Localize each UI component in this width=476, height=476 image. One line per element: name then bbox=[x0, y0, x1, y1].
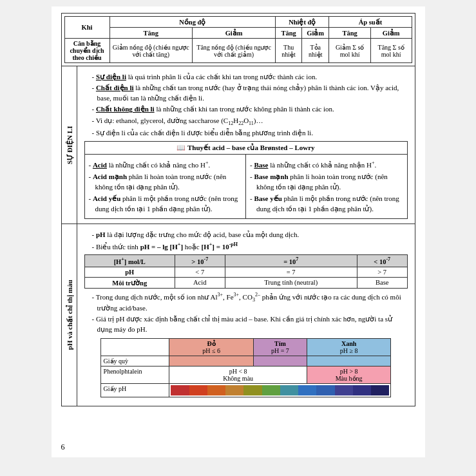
ph-strip-5 bbox=[243, 385, 262, 395]
nong-do-header: Nồng độ bbox=[109, 17, 276, 28]
giay-ph-row: Giấy pH bbox=[100, 384, 391, 397]
hong-color-cell: pH > 8Màu hồng bbox=[307, 367, 391, 384]
ph-list: pH là đại lượng đặc trưng cho mức độ aci… bbox=[84, 230, 408, 252]
ph-strip-8 bbox=[298, 385, 316, 395]
ph-strip-11 bbox=[353, 385, 371, 395]
ph-strip-cell bbox=[169, 384, 391, 397]
ph-strip-4 bbox=[225, 385, 243, 395]
ph-strip-2 bbox=[189, 385, 207, 395]
trung-tinh-val: Trung tính (neutral) bbox=[225, 277, 357, 288]
list-item: Sự điện li là quá trình phân li của các … bbox=[92, 72, 408, 82]
list-item: Base mạnh phân li hoàn toàn trong nước (… bbox=[250, 172, 403, 192]
tang-giam-row: Tăng Giảm Tăng Giảm Tăng Giảm bbox=[64, 28, 412, 39]
list-item: Giá trị pH được xác định bằng chất chỉ t… bbox=[92, 314, 408, 334]
list-item: Acid yếu phân li một phần trong nước (nê… bbox=[89, 194, 242, 214]
su-dien-li-label: SỰ ĐIỆN LI bbox=[61, 66, 77, 224]
acid-base-title: 📖 Thuyết acid – base của Brønsted – Lowr… bbox=[85, 142, 407, 155]
nong-tang-val: Giảm nồng độ (chiều ngược với chất tăng) bbox=[109, 39, 192, 63]
no-color-cell: pH < 8Không màu bbox=[169, 367, 307, 384]
nhiet-giam: Giảm bbox=[302, 28, 329, 39]
ph-content: pH là đại lượng đặc trưng cho mức độ aci… bbox=[77, 224, 415, 406]
list-item: pH là đại lượng đặc trưng cho mức độ aci… bbox=[92, 230, 408, 240]
do-header: ĐỏpH ≤ 6 bbox=[169, 339, 253, 356]
ph-list2: Trong dung dịch nước, một số ion như Al3… bbox=[84, 291, 408, 334]
giay-quy-label: Giấy quỳ bbox=[100, 356, 169, 367]
giay-ph-label: Giấy pH bbox=[100, 384, 169, 397]
ph-strip-10 bbox=[335, 385, 353, 395]
phenolphtalein-row: Phenolphtalein pH < 8Không màu pH > 8Màu… bbox=[100, 367, 391, 384]
list-item: Sự điện li của các chất điện li được biể… bbox=[92, 128, 408, 138]
list-item: Trong dung dịch nước, một số ion như Al3… bbox=[92, 291, 408, 313]
giay-quy-row: Giấy quỳ bbox=[100, 356, 391, 367]
conditions-header-row: Khi Nồng độ Nhiệt độ Áp suất bbox=[64, 17, 412, 28]
table-row-top: Khi Nồng độ Nhiệt độ Áp suất Tăng Giảm T… bbox=[61, 14, 415, 66]
xanh-header: XanhpH ≥ 8 bbox=[307, 339, 391, 356]
table-row: [H+] mol/L > 10-7 = 107 < 10-7 bbox=[84, 255, 407, 267]
acid-base-right: Base là những chất có khả năng nhận H+. … bbox=[246, 155, 407, 218]
table-row: pH < 7 = 7 > 7 bbox=[84, 267, 407, 277]
list-item: Vi dụ: ethanol, glycerol, đường saccharo… bbox=[92, 116, 408, 127]
h-eq: = 107 bbox=[225, 255, 357, 267]
acid-base-box: 📖 Thuyết acid – base của Brønsted – Lowr… bbox=[84, 141, 408, 219]
table-row: Môi trường Acid Trung tính (neutral) Bas… bbox=[84, 277, 407, 288]
ph-eq7: = 7 bbox=[225, 267, 357, 277]
list-item: Base là những chất có khả năng nhận H+. bbox=[250, 159, 403, 170]
do-cell bbox=[169, 356, 253, 367]
ph-strip-1 bbox=[171, 385, 189, 395]
main-content-table: Khi Nồng độ Nhiệt độ Áp suất Tăng Giảm T… bbox=[61, 13, 415, 406]
list-item: Chất điện li là những chất tan trong nướ… bbox=[92, 83, 408, 103]
su-dien-li-text: Sự điện li là quá trình phân li của các … bbox=[81, 68, 412, 222]
acid-base-content: Acid là những chất có khả năng cho H+. A… bbox=[85, 155, 407, 218]
acid-base-left: Acid là những chất có khả năng cho H+. A… bbox=[85, 155, 247, 218]
list-item: Acid mạnh phân li hoàn toàn trong nước (… bbox=[89, 172, 242, 192]
page-number: 6 bbox=[61, 443, 65, 452]
phenol-label: Phenolphtalein bbox=[100, 367, 169, 384]
ph-row: pH và chất chỉ thị màu pH là đại lượng đ… bbox=[61, 224, 415, 406]
su-dien-li-row: SỰ ĐIỆN LI Sự điện li là quá trình phân … bbox=[61, 66, 415, 224]
nong-giam: Giảm bbox=[192, 28, 275, 39]
ph-section-label: pH và chất chỉ thị màu bbox=[61, 224, 77, 406]
tim-cell bbox=[253, 356, 307, 367]
list-item: Base yếu phân li một phần trong nước (nê… bbox=[250, 194, 403, 214]
tim-header: TímpH = 7 bbox=[253, 339, 307, 356]
h-lt: < 10-7 bbox=[357, 255, 407, 267]
ph-label: pH bbox=[84, 267, 175, 277]
ap-giam-val: Tăng Σ số mol khí bbox=[370, 39, 412, 63]
nhiet-tang: Tăng bbox=[276, 28, 302, 39]
nong-tang: Tăng bbox=[109, 28, 192, 39]
ph-color-strip bbox=[171, 385, 389, 395]
base-val: Base bbox=[357, 277, 407, 288]
ph-strip-7 bbox=[280, 385, 298, 395]
base-list: Base là những chất có khả năng nhận H+. … bbox=[250, 159, 403, 214]
ph-strip-6 bbox=[262, 385, 280, 395]
list-item: Biểu thức tính pH = – lg [H+] hoặc [H+] … bbox=[92, 241, 408, 252]
list-item: Acid là những chất có khả năng cho H+. bbox=[89, 159, 242, 170]
ph-strip-12 bbox=[371, 385, 389, 395]
ph-strip-3 bbox=[207, 385, 225, 395]
list-item: Chất không điện li là những chất khi tan… bbox=[92, 104, 408, 114]
moi-truong-label: Môi trường bbox=[84, 277, 175, 288]
ph-text: pH là đại lượng đặc trưng cho mức độ aci… bbox=[81, 226, 412, 404]
su-dien-li-content: Sự điện li là quá trình phân li của các … bbox=[77, 66, 415, 224]
ap-tang: Tăng bbox=[329, 28, 370, 39]
indicator-col-empty bbox=[100, 339, 169, 356]
khi-header: Khi bbox=[64, 17, 109, 39]
page: Khi Nồng độ Nhiệt độ Áp suất Tăng Giảm T… bbox=[52, 6, 425, 457]
can-bang-label: Cân bằng chuyển dịch theo chiều bbox=[64, 39, 109, 63]
ph-lt7: < 7 bbox=[175, 267, 225, 277]
xanh-cell bbox=[307, 356, 391, 367]
ph-strip-9 bbox=[316, 385, 334, 395]
ph-gt7: > 7 bbox=[357, 267, 407, 277]
su-dien-li-list: Sự điện li là quá trình phân li của các … bbox=[84, 72, 408, 138]
acid-list: Acid là những chất có khả năng cho H+. A… bbox=[89, 159, 242, 214]
conditions-table: Khi Nồng độ Nhiệt độ Áp suất Tăng Giảm T… bbox=[64, 16, 412, 63]
nhiet-do-header: Nhiệt độ bbox=[276, 17, 329, 28]
h-mol-header: [H+] mol/L bbox=[84, 255, 175, 267]
ap-suat-header: Áp suất bbox=[329, 17, 412, 28]
nong-giam-val: Tăng nồng độ (chiều ngược với chất giảm) bbox=[192, 39, 275, 63]
indicator-header-row: ĐỏpH ≤ 6 TímpH = 7 XanhpH ≥ 8 bbox=[100, 339, 391, 356]
conditions-data-row: Cân bằng chuyển dịch theo chiều Giảm nồn… bbox=[64, 39, 412, 63]
acid-val: Acid bbox=[175, 277, 225, 288]
nhiet-giam-val: Tỏa nhiệt bbox=[302, 39, 329, 63]
h-gt: > 10-7 bbox=[175, 255, 225, 267]
